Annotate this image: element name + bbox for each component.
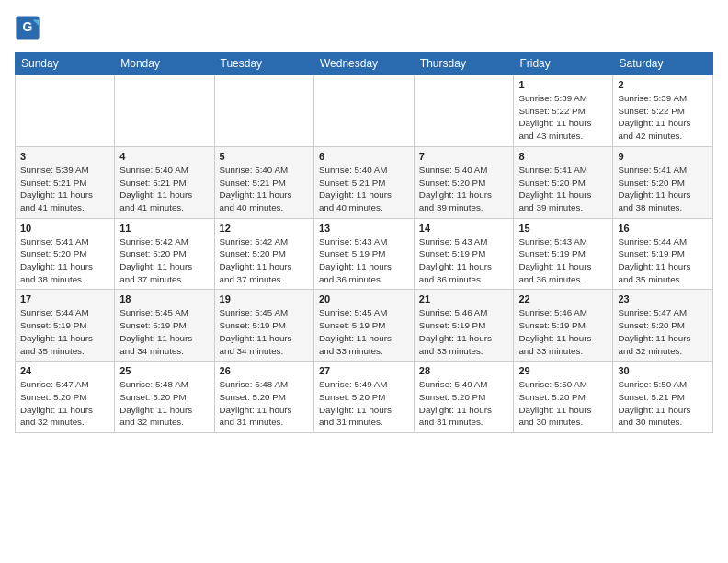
calendar-cell: 13Sunrise: 5:43 AMSunset: 5:19 PMDayligh… <box>313 218 414 290</box>
day-number: 28 <box>419 365 509 376</box>
weekday-header-sunday: Sunday <box>16 52 115 75</box>
weekday-header-thursday: Thursday <box>414 52 514 75</box>
day-info: Sunrise: 5:48 AMSunset: 5:20 PMDaylight:… <box>220 378 309 429</box>
day-number: 4 <box>119 151 209 162</box>
day-info: Sunrise: 5:48 AMSunset: 5:20 PMDaylight:… <box>119 378 209 429</box>
calendar-cell: 25Sunrise: 5:48 AMSunset: 5:20 PMDayligh… <box>115 362 214 433</box>
day-info: Sunrise: 5:39 AMSunset: 5:22 PMDaylight:… <box>618 92 708 143</box>
weekday-header-friday: Friday <box>514 52 613 75</box>
day-number: 3 <box>20 151 109 162</box>
calendar-cell: 14Sunrise: 5:43 AMSunset: 5:19 PMDayligh… <box>414 218 514 290</box>
calendar-cell: 16Sunrise: 5:44 AMSunset: 5:19 PMDayligh… <box>613 218 713 290</box>
day-number: 27 <box>319 365 409 376</box>
day-info: Sunrise: 5:41 AMSunset: 5:20 PMDaylight:… <box>518 164 608 214</box>
calendar-cell: 21Sunrise: 5:46 AMSunset: 5:19 PMDayligh… <box>414 290 514 362</box>
calendar-cell: 23Sunrise: 5:47 AMSunset: 5:20 PMDayligh… <box>613 290 713 362</box>
day-number: 10 <box>20 223 109 234</box>
calendar-week-5: 24Sunrise: 5:47 AMSunset: 5:20 PMDayligh… <box>16 362 713 433</box>
logo: G <box>15 15 44 40</box>
day-number: 16 <box>618 223 708 234</box>
day-number: 7 <box>419 151 509 162</box>
day-info: Sunrise: 5:47 AMSunset: 5:20 PMDaylight:… <box>618 306 708 357</box>
day-info: Sunrise: 5:41 AMSunset: 5:20 PMDaylight:… <box>20 236 109 286</box>
calendar-cell: 29Sunrise: 5:50 AMSunset: 5:20 PMDayligh… <box>514 362 613 433</box>
day-info: Sunrise: 5:47 AMSunset: 5:20 PMDaylight:… <box>20 378 109 429</box>
weekday-header-saturday: Saturday <box>613 52 713 75</box>
calendar-cell: 12Sunrise: 5:42 AMSunset: 5:20 PMDayligh… <box>214 218 313 290</box>
day-number: 15 <box>518 223 608 234</box>
calendar-cell <box>414 75 514 147</box>
calendar-cell: 8Sunrise: 5:41 AMSunset: 5:20 PMDaylight… <box>514 146 613 218</box>
day-number: 6 <box>319 151 409 162</box>
calendar-cell: 1Sunrise: 5:39 AMSunset: 5:22 PMDaylight… <box>514 75 613 147</box>
day-number: 24 <box>20 365 109 376</box>
calendar-cell: 27Sunrise: 5:49 AMSunset: 5:20 PMDayligh… <box>313 362 414 433</box>
day-info: Sunrise: 5:40 AMSunset: 5:21 PMDaylight:… <box>319 164 409 214</box>
day-info: Sunrise: 5:49 AMSunset: 5:20 PMDaylight:… <box>419 378 509 429</box>
calendar-cell: 17Sunrise: 5:44 AMSunset: 5:19 PMDayligh… <box>16 290 115 362</box>
day-info: Sunrise: 5:42 AMSunset: 5:20 PMDaylight:… <box>220 236 309 286</box>
calendar-cell: 15Sunrise: 5:43 AMSunset: 5:19 PMDayligh… <box>514 218 613 290</box>
day-info: Sunrise: 5:40 AMSunset: 5:21 PMDaylight:… <box>119 164 209 214</box>
day-number: 30 <box>618 365 708 376</box>
day-info: Sunrise: 5:39 AMSunset: 5:21 PMDaylight:… <box>20 164 109 214</box>
day-info: Sunrise: 5:45 AMSunset: 5:19 PMDaylight:… <box>220 306 309 357</box>
day-info: Sunrise: 5:41 AMSunset: 5:20 PMDaylight:… <box>618 164 708 214</box>
calendar-cell: 28Sunrise: 5:49 AMSunset: 5:20 PMDayligh… <box>414 362 514 433</box>
calendar-week-4: 17Sunrise: 5:44 AMSunset: 5:19 PMDayligh… <box>16 290 713 362</box>
day-number: 5 <box>220 151 309 162</box>
day-number: 19 <box>220 293 309 304</box>
calendar-header-row: SundayMondayTuesdayWednesdayThursdayFrid… <box>16 52 713 75</box>
day-info: Sunrise: 5:42 AMSunset: 5:20 PMDaylight:… <box>119 236 209 286</box>
day-info: Sunrise: 5:43 AMSunset: 5:19 PMDaylight:… <box>518 236 608 286</box>
day-number: 11 <box>119 223 209 234</box>
day-info: Sunrise: 5:50 AMSunset: 5:20 PMDaylight:… <box>518 378 608 429</box>
calendar-cell: 6Sunrise: 5:40 AMSunset: 5:21 PMDaylight… <box>313 146 414 218</box>
day-info: Sunrise: 5:44 AMSunset: 5:19 PMDaylight:… <box>618 236 708 286</box>
day-info: Sunrise: 5:45 AMSunset: 5:19 PMDaylight:… <box>119 306 209 357</box>
day-info: Sunrise: 5:49 AMSunset: 5:20 PMDaylight:… <box>319 378 409 429</box>
day-number: 25 <box>119 365 209 376</box>
day-info: Sunrise: 5:46 AMSunset: 5:19 PMDaylight:… <box>518 306 608 357</box>
calendar-cell: 5Sunrise: 5:40 AMSunset: 5:21 PMDaylight… <box>214 146 313 218</box>
weekday-header-tuesday: Tuesday <box>214 52 313 75</box>
day-number: 23 <box>618 293 708 304</box>
calendar-cell: 22Sunrise: 5:46 AMSunset: 5:19 PMDayligh… <box>514 290 613 362</box>
weekday-header-monday: Monday <box>115 52 214 75</box>
day-number: 14 <box>419 223 509 234</box>
calendar-cell: 7Sunrise: 5:40 AMSunset: 5:20 PMDaylight… <box>414 146 514 218</box>
day-number: 12 <box>220 223 309 234</box>
weekday-header-wednesday: Wednesday <box>313 52 414 75</box>
calendar-cell: 10Sunrise: 5:41 AMSunset: 5:20 PMDayligh… <box>16 218 115 290</box>
day-info: Sunrise: 5:40 AMSunset: 5:20 PMDaylight:… <box>419 164 509 214</box>
day-number: 8 <box>518 151 608 162</box>
day-number: 29 <box>518 365 608 376</box>
calendar-cell: 9Sunrise: 5:41 AMSunset: 5:20 PMDaylight… <box>613 146 713 218</box>
day-number: 2 <box>618 79 708 90</box>
calendar-week-2: 3Sunrise: 5:39 AMSunset: 5:21 PMDaylight… <box>16 146 713 218</box>
calendar-cell: 2Sunrise: 5:39 AMSunset: 5:22 PMDaylight… <box>613 75 713 147</box>
logo-icon: G <box>15 15 40 40</box>
calendar-week-3: 10Sunrise: 5:41 AMSunset: 5:20 PMDayligh… <box>16 218 713 290</box>
day-info: Sunrise: 5:50 AMSunset: 5:21 PMDaylight:… <box>618 378 708 429</box>
svg-text:G: G <box>23 19 33 34</box>
calendar-cell: 19Sunrise: 5:45 AMSunset: 5:19 PMDayligh… <box>214 290 313 362</box>
day-info: Sunrise: 5:46 AMSunset: 5:19 PMDaylight:… <box>419 306 509 357</box>
calendar-cell: 3Sunrise: 5:39 AMSunset: 5:21 PMDaylight… <box>16 146 115 218</box>
day-info: Sunrise: 5:43 AMSunset: 5:19 PMDaylight:… <box>319 236 409 286</box>
day-info: Sunrise: 5:44 AMSunset: 5:19 PMDaylight:… <box>20 306 109 357</box>
day-number: 26 <box>220 365 309 376</box>
calendar-week-1: 1Sunrise: 5:39 AMSunset: 5:22 PMDaylight… <box>16 75 713 147</box>
day-number: 21 <box>419 293 509 304</box>
calendar-cell: 20Sunrise: 5:45 AMSunset: 5:19 PMDayligh… <box>313 290 414 362</box>
calendar-cell: 18Sunrise: 5:45 AMSunset: 5:19 PMDayligh… <box>115 290 214 362</box>
day-info: Sunrise: 5:39 AMSunset: 5:22 PMDaylight:… <box>518 92 608 143</box>
page-header: G <box>15 15 713 40</box>
calendar-cell: 26Sunrise: 5:48 AMSunset: 5:20 PMDayligh… <box>214 362 313 433</box>
day-number: 1 <box>518 79 608 90</box>
calendar-cell <box>313 75 414 147</box>
day-number: 20 <box>319 293 409 304</box>
day-number: 9 <box>618 151 708 162</box>
day-info: Sunrise: 5:40 AMSunset: 5:21 PMDaylight:… <box>220 164 309 214</box>
calendar-cell: 24Sunrise: 5:47 AMSunset: 5:20 PMDayligh… <box>16 362 115 433</box>
